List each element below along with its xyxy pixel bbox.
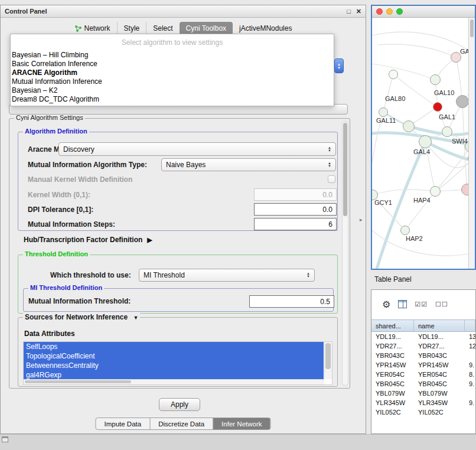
mi-steps-label: Mutual Information Steps: xyxy=(28,220,115,229)
data-attributes-list[interactable]: SelfLoops TopologicalCoefficient Between… xyxy=(23,341,332,385)
table-column-header[interactable] xyxy=(465,320,475,331)
cyni-algorithm-settings-group: Cyni Algorithm Settings Algorithm Defini… xyxy=(9,118,350,389)
network-vertical-scrollbar[interactable] xyxy=(468,18,475,269)
network-node[interactable] xyxy=(403,120,415,132)
network-node[interactable] xyxy=(400,226,410,235)
network-canvas[interactable]: GAL GAL80 GAL10 GAL11 GAL1 SWI4 GAL4 GCY… xyxy=(372,18,468,269)
attribute-item[interactable]: SelfLoops xyxy=(24,342,324,351)
cell-value: 13 xyxy=(465,333,475,340)
attribute-item[interactable]: TopologicalCoefficient xyxy=(24,351,324,361)
control-panel-tab[interactable]: jActiveMNodules xyxy=(233,22,298,35)
minimize-traffic-light[interactable] xyxy=(386,8,393,15)
sources-section-toggle[interactable]: Sources for Network Inference ▼ xyxy=(23,313,140,321)
network-node[interactable] xyxy=(456,95,468,108)
control-panel-tab[interactable]: Select xyxy=(146,22,179,35)
hub-tf-section-toggle[interactable]: Hub/Transcription Factor Definition ▶ xyxy=(24,236,152,244)
table-row[interactable]: YBR045C YBR045C 9. xyxy=(371,379,475,389)
network-node[interactable] xyxy=(433,102,442,112)
network-node-label: HAP2 xyxy=(406,235,423,242)
aracne-mode-value: Discovery xyxy=(63,145,94,154)
control-panel-tab[interactable]: Cyni Toolbox xyxy=(180,22,233,35)
mi-steps-field[interactable]: 6 xyxy=(254,218,337,230)
control-panel-tab[interactable]: Network xyxy=(68,22,117,35)
split-pane-collapse-icon[interactable]: ▸ xyxy=(360,217,363,223)
bottom-tab[interactable]: Discretize Data xyxy=(149,418,213,429)
algorithm-popup-item[interactable]: Bayesian – K2 xyxy=(11,86,334,95)
algorithm-combo-stepper[interactable]: ▲ ▼ xyxy=(334,58,344,73)
table-column-header[interactable]: name xyxy=(414,320,465,331)
attribute-item[interactable]: BetweennessCentrality xyxy=(24,361,324,370)
which-threshold-combobox[interactable]: MI Threshold ▲▼ xyxy=(139,269,315,282)
mi-threshold-field[interactable]: 0.5 xyxy=(249,295,334,308)
algorithm-popup-item[interactable]: ARACNE Algorithm xyxy=(11,69,334,77)
cell-name: YBL079W xyxy=(414,390,465,397)
network-node[interactable] xyxy=(430,74,441,85)
bottom-tab-bar: Impute Data Discretize Data Infer Networ… xyxy=(95,418,270,430)
which-threshold-value: MI Threshold xyxy=(144,271,185,279)
mi-threshold-definition-title: MI Threshold Definition xyxy=(28,284,104,291)
float-window-icon[interactable]: □ xyxy=(347,8,351,15)
cell-shared-name: YBR043C xyxy=(371,352,414,359)
tab-label: Style xyxy=(124,24,140,32)
select-all-columns-icon[interactable]: ☑☑ xyxy=(415,301,428,308)
tab-label: jActiveMNodules xyxy=(239,24,292,32)
table-row[interactable]: YIL052C YIL052C xyxy=(371,407,475,417)
network-node[interactable] xyxy=(419,135,432,148)
close-icon[interactable]: ✕ xyxy=(356,8,361,15)
mi-type-combobox[interactable]: Naive Bayes ▲▼ xyxy=(161,158,336,171)
cell-shared-name: YLR345W xyxy=(371,399,414,406)
table-row[interactable]: YER054C YER054C 8. xyxy=(371,370,475,379)
table-header-row: shared... name xyxy=(371,319,475,332)
table-row[interactable]: YBL079W YBL079W xyxy=(371,389,475,398)
mi-type-value: Naive Bayes xyxy=(166,161,206,169)
algorithm-popup-item[interactable]: Bayesian – Hill Climbing xyxy=(11,51,334,60)
table-column-header[interactable]: shared... xyxy=(371,320,414,331)
bottom-tab[interactable]: Infer Network xyxy=(213,418,270,429)
control-panel-titlebar: Control Panel □ ✕ xyxy=(1,5,366,18)
dpi-tolerance-field[interactable]: 0.0 xyxy=(254,203,337,216)
zoom-traffic-light[interactable] xyxy=(396,8,403,15)
mi-threshold-definition-group: MI Threshold Definition Mutual Informati… xyxy=(23,288,334,312)
kernel-width-field[interactable]: 0.0 xyxy=(254,188,337,201)
hub-tf-label: Hub/Transcription Factor Definition xyxy=(24,236,142,244)
combo-down-icon: ▼ xyxy=(337,66,341,70)
gear-icon[interactable]: ⚙ xyxy=(382,299,390,310)
attribute-item[interactable]: gal4RGexp xyxy=(24,370,324,380)
attributes-horizontal-scrollbar[interactable] xyxy=(24,379,324,384)
docked-panel-icon[interactable] xyxy=(2,436,8,442)
bottom-tab[interactable]: Impute Data xyxy=(96,418,149,429)
manual-kernel-label: Manual Kernel Width Definition xyxy=(28,175,132,184)
network-node[interactable] xyxy=(442,126,452,137)
apply-button[interactable]: Apply xyxy=(159,398,200,411)
threshold-definition-title: Threshold Definition xyxy=(23,250,90,257)
algorithm-popup-item[interactable]: Mutual Information Inference xyxy=(11,77,334,86)
algorithm-popup-item[interactable]: Dream8 DC_TDC Algorithm xyxy=(11,95,334,104)
column-layout-icon[interactable] xyxy=(398,300,407,308)
table-row[interactable]: YBR043C YBR043C xyxy=(371,351,475,360)
network-node[interactable] xyxy=(379,107,388,117)
attributes-hscroll-thumb[interactable] xyxy=(25,380,131,383)
algorithm-popup-item[interactable]: Basic Correlation Inference xyxy=(11,60,334,69)
network-node[interactable] xyxy=(430,186,441,197)
settings-scrollbar[interactable] xyxy=(342,121,348,386)
network-vscroll-thumb[interactable] xyxy=(470,19,474,37)
settings-scrollbar-thumb[interactable] xyxy=(343,123,347,216)
combo-arrows-icon: ▲▼ xyxy=(307,272,310,278)
dpi-tolerance-label: DPI Tolerance [0,1]: xyxy=(28,206,93,214)
bottom-status-strip xyxy=(0,434,476,450)
attributes-vertical-scrollbar[interactable] xyxy=(324,342,332,379)
settings-group-title: Cyni Algorithm Settings xyxy=(14,114,85,121)
table-row[interactable]: YLR345W YLR345W 9. xyxy=(371,398,475,407)
table-row[interactable]: YDR27... YDR27... 12 xyxy=(371,341,475,351)
algorithm-popup-placeholder: Select algorithm to view settings xyxy=(11,34,334,51)
control-panel-tab[interactable]: Style xyxy=(117,22,146,35)
table-row[interactable]: YPR145W YPR145W 9. xyxy=(371,360,475,370)
deselect-all-columns-icon[interactable]: ☐☐ xyxy=(435,301,448,308)
table-row[interactable]: YDL19... YDL19... 13 xyxy=(371,332,475,341)
network-node-label: GCY1 xyxy=(374,199,392,206)
aracne-mode-combobox[interactable]: Discovery ▲▼ xyxy=(58,142,336,156)
attributes-vscroll-thumb[interactable] xyxy=(325,343,331,369)
close-traffic-light[interactable] xyxy=(376,8,383,15)
manual-kernel-checkbox[interactable] xyxy=(328,175,335,183)
network-node[interactable] xyxy=(389,70,398,79)
